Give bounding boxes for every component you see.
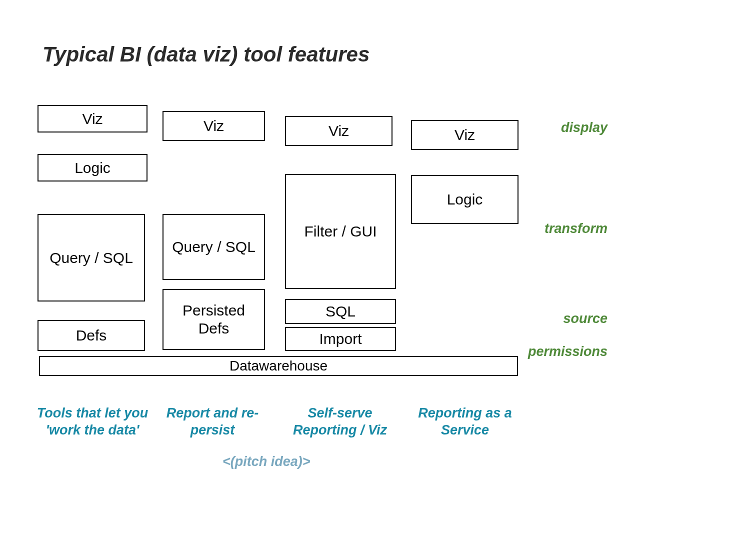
slide-title: Typical BI (data viz) tool features: [42, 42, 370, 66]
slide: Typical BI (data viz) tool features Viz …: [0, 0, 756, 553]
box-c3-import: Import: [285, 327, 396, 351]
col-label-2: Report and re-persist: [155, 405, 270, 439]
box-c3-filter: Filter / GUI: [285, 174, 396, 289]
box-c1-viz: Viz: [38, 105, 148, 132]
box-c3-sql: SQL: [285, 299, 396, 324]
box-c2-viz: Viz: [162, 111, 265, 141]
col-label-1: Tools that let you 'work the data': [30, 405, 155, 439]
box-c1-query: Query / SQL: [38, 214, 145, 302]
side-label-transform: transform: [508, 221, 608, 236]
box-c2-persisted: Persisted Defs: [162, 289, 265, 350]
side-label-display: display: [508, 120, 608, 136]
box-c1-logic: Logic: [38, 154, 148, 182]
box-c3-viz: Viz: [285, 116, 392, 146]
pitch-idea: <(pitch idea)>: [222, 454, 310, 470]
box-datawarehouse: Datawarehouse: [39, 356, 518, 376]
box-c2-query: Query / SQL: [162, 214, 265, 280]
side-label-permissions: permissions: [508, 344, 608, 360]
box-c1-defs: Defs: [38, 320, 145, 351]
box-c4-logic: Logic: [411, 175, 518, 224]
col-label-3: Self-serve Reporting / Viz: [280, 405, 400, 439]
col-label-4: Reporting as a Service: [402, 405, 528, 439]
box-c4-viz: Viz: [411, 120, 518, 150]
side-label-source: source: [508, 311, 608, 326]
